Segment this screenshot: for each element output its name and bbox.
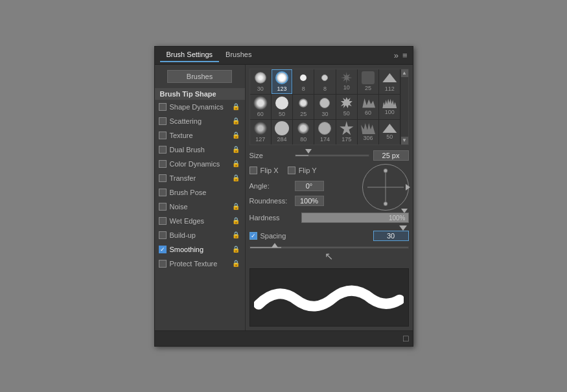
brush-cell-50a[interactable]: 50: [272, 95, 292, 119]
sidebar-item-protect-texture[interactable]: Protect Texture 🔒: [155, 257, 245, 271]
spacing-slider-thumb-above[interactable]: [399, 225, 407, 231]
checkbox-build-up[interactable]: [159, 231, 167, 239]
angle-label: Angle:: [249, 182, 295, 190]
sidebar-item-dual-brush[interactable]: Dual Brush 🔒: [155, 143, 245, 157]
brush-preview-area: [249, 268, 409, 327]
tab-brushes[interactable]: Brushes: [219, 48, 258, 62]
brush-grid: 30 123 8 8 1: [250, 69, 400, 144]
lock-icon-wet-edges: 🔒: [232, 217, 240, 224]
brush-cell-30[interactable]: 30: [250, 69, 271, 94]
forward-icon[interactable]: »: [394, 51, 399, 60]
sidebar-item-texture[interactable]: Texture 🔒: [155, 128, 245, 143]
panel-tabs: Brush Settings Brushes » ≡: [155, 47, 413, 65]
sidebar-item-scattering[interactable]: Scattering 🔒: [155, 114, 245, 128]
lock-icon-noise: 🔒: [232, 203, 240, 210]
new-item-icon[interactable]: □: [403, 333, 408, 343]
size-slider-thumb[interactable]: [305, 149, 312, 154]
menu-icon[interactable]: ≡: [402, 51, 408, 60]
brush-cell-25b[interactable]: 25: [293, 95, 314, 119]
flip-y-item[interactable]: Flip Y: [288, 167, 317, 174]
sidebar-item-smoothing[interactable]: Smoothing 🔒: [155, 242, 245, 257]
checkbox-brush-pose[interactable]: [159, 189, 167, 196]
brush-cell-123[interactable]: 123: [272, 69, 292, 94]
checkbox-flip-x[interactable]: [249, 167, 257, 174]
dial-dot-top[interactable]: [383, 168, 388, 173]
checkbox-scattering[interactable]: [159, 117, 167, 125]
sidebar: Brushes Brush Tip Shape Shape Dynamics 🔒…: [155, 65, 246, 330]
spacing-track-thumb[interactable]: [272, 243, 278, 248]
checkbox-wet-edges[interactable]: [159, 217, 167, 225]
brush-cell-10[interactable]: 10: [336, 69, 357, 94]
checkbox-texture[interactable]: [159, 132, 167, 139]
brush-cell-112[interactable]: 112: [379, 69, 400, 94]
sidebar-item-transfer[interactable]: Transfer 🔒: [155, 171, 245, 185]
checkbox-flip-y[interactable]: [288, 167, 295, 174]
label-wet-edges: Wet Edges: [170, 217, 230, 225]
size-slider[interactable]: [295, 154, 369, 157]
label-shape-dynamics: Shape Dynamics: [170, 103, 230, 111]
brush-cell-8b[interactable]: 8: [314, 69, 335, 94]
brush-cell-127[interactable]: 127: [250, 120, 271, 144]
brush-settings-content: 30 123 8 8 1: [246, 65, 413, 330]
label-color-dynamics: Color Dynamics: [170, 160, 230, 168]
brush-cell-175[interactable]: 175: [336, 120, 357, 144]
angle-input[interactable]: [295, 181, 324, 191]
cursor-icon: ↖: [325, 250, 333, 262]
flip-x-label: Flip X: [260, 167, 279, 174]
brushes-button[interactable]: Brushes: [167, 70, 232, 83]
sidebar-item-noise[interactable]: Noise 🔒: [155, 200, 245, 214]
scroll-up-btn[interactable]: ▲: [401, 69, 408, 77]
brush-cell-50e[interactable]: 50: [379, 120, 400, 144]
checkbox-protect-texture[interactable]: [159, 260, 167, 268]
checkbox-dual-brush[interactable]: [159, 146, 167, 154]
brush-cell-8a[interactable]: 8: [293, 69, 314, 94]
hardness-slider[interactable]: 100%: [301, 213, 409, 223]
brush-cell-284[interactable]: 284: [272, 120, 292, 144]
size-input[interactable]: 25 px: [373, 150, 409, 161]
sidebar-item-build-up[interactable]: Build-up 🔒: [155, 228, 245, 242]
sidebar-item-color-dynamics[interactable]: Color Dynamics 🔒: [155, 157, 245, 171]
spacing-input[interactable]: [373, 231, 409, 241]
checkbox-noise[interactable]: [159, 203, 167, 211]
brush-cell-60d[interactable]: 60: [358, 95, 378, 119]
roundness-input[interactable]: [295, 196, 324, 206]
angle-dial[interactable]: [362, 164, 409, 211]
hardness-label: Hardness: [249, 214, 301, 222]
scroll-down-btn[interactable]: ▼: [401, 137, 408, 144]
label-build-up: Build-up: [170, 231, 230, 239]
checkbox-spacing[interactable]: [249, 232, 257, 240]
brush-cell-25[interactable]: 25: [358, 69, 378, 94]
lock-icon-dual-brush: 🔒: [232, 146, 240, 153]
sidebar-item-brush-pose[interactable]: Brush Pose: [155, 185, 245, 200]
hardness-row: Hardness 100%: [249, 213, 409, 223]
checkbox-color-dynamics[interactable]: [159, 160, 167, 168]
lock-icon-build-up: 🔒: [232, 231, 240, 238]
label-scattering: Scattering: [170, 117, 230, 125]
brush-cell-50c[interactable]: 50: [336, 95, 357, 119]
sidebar-item-wet-edges[interactable]: Wet Edges 🔒: [155, 214, 245, 228]
sidebar-item-shape-dynamics[interactable]: Shape Dynamics 🔒: [155, 100, 245, 114]
brush-cell-174[interactable]: 174: [314, 120, 335, 144]
checkbox-smoothing[interactable]: [159, 246, 167, 253]
spacing-label: Spacing: [260, 232, 373, 240]
label-brush-pose: Brush Pose: [170, 189, 240, 196]
flip-x-item[interactable]: Flip X: [249, 167, 279, 174]
label-smoothing: Smoothing: [170, 246, 230, 253]
label-texture: Texture: [170, 132, 230, 139]
label-noise: Noise: [170, 203, 230, 211]
tab-brush-settings[interactable]: Brush Settings: [160, 48, 220, 62]
brush-cell-100[interactable]: 100: [379, 95, 400, 119]
size-label: Size: [249, 152, 295, 159]
spacing-thumb-row: [249, 224, 409, 231]
brush-cell-306[interactable]: 306: [358, 120, 378, 144]
checkbox-shape-dynamics[interactable]: [159, 103, 167, 111]
panel-body: Brushes Brush Tip Shape Shape Dynamics 🔒…: [155, 65, 413, 330]
dial-dot-bottom[interactable]: [383, 202, 388, 206]
brush-cell-80[interactable]: 80: [293, 120, 314, 144]
brush-grid-scrollbar[interactable]: ▲ ▼: [400, 69, 408, 144]
lock-icon-shape-dynamics: 🔒: [232, 103, 240, 110]
checkbox-transfer[interactable]: [159, 174, 167, 182]
brush-cell-30b[interactable]: 30: [314, 95, 335, 119]
brush-cell-60[interactable]: 60: [250, 95, 271, 119]
lock-icon-smoothing: 🔒: [232, 246, 240, 253]
